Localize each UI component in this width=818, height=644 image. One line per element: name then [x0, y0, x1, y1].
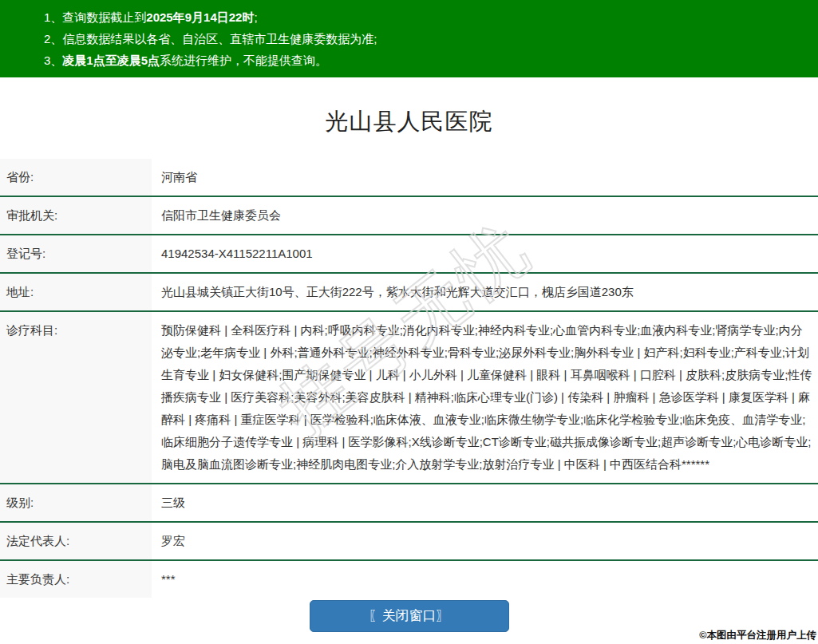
notice-text: 信息数据结果以各省、自治区、直辖市卫生健康委数据为准;: [62, 32, 377, 45]
notice-text: 凌晨1点至凌晨5点: [62, 53, 160, 67]
table-row-legal-rep: 法定代表人:罗宏: [0, 523, 818, 561]
table-row-approval-agency: 审批机关:信阳市卫生健康委员会: [0, 197, 818, 235]
field-label-province: 省份:: [0, 159, 152, 196]
notice-text: 2025年9月14日22时: [146, 10, 254, 24]
notice-number: 3、: [44, 53, 62, 67]
table-row-province: 省份:河南省: [0, 159, 818, 197]
field-label-medical-subjects: 诊疗科目:: [0, 312, 152, 483]
page-title: 光山县人民医院: [0, 106, 818, 138]
notice-number: 2、: [44, 32, 62, 45]
table-row-registration-no: 登记号:41942534-X41152211A1001: [0, 235, 818, 274]
field-label-level: 级别:: [0, 484, 152, 521]
field-label-approval-agency: 审批机关:: [0, 197, 152, 234]
table-row-address: 地址:光山县城关镇正大街10号、正大街222号，紫水大街和光辉大道交汇口，槐店乡…: [0, 274, 818, 312]
close-window-button[interactable]: 〖关闭窗口〗: [310, 600, 509, 632]
photo-credit-watermark: ©本图由平台注册用户上传: [699, 629, 816, 642]
field-value-registration-no: 41942534-X41152211A1001: [152, 235, 818, 272]
field-label-address: 地址:: [0, 274, 152, 310]
notice-bar: 1、查询数据截止到2025年9月14日22时;2、信息数据结果以各省、自治区、直…: [0, 0, 818, 77]
field-label-person-in-charge: 主要负责人:: [0, 561, 152, 598]
field-value-legal-rep: 罗宏: [152, 523, 818, 559]
info-table: 省份:河南省审批机关:信阳市卫生健康委员会登记号:41942534-X41152…: [0, 159, 818, 598]
field-value-medical-subjects: 预防保健科 | 全科医疗科 | 内科;呼吸内科专业;消化内科专业;神经内科专业;…: [152, 312, 818, 483]
table-row-level: 级别:三级: [0, 484, 818, 523]
field-label-legal-rep: 法定代表人:: [0, 523, 152, 559]
button-row: 〖关闭窗口〗: [0, 600, 818, 632]
field-value-address: 光山县城关镇正大街10号、正大街222号，紫水大街和光辉大道交汇口，槐店乡国道2…: [152, 274, 818, 310]
field-value-level: 三级: [152, 484, 818, 521]
field-value-person-in-charge: ***: [152, 561, 818, 598]
notice-text: ;: [254, 10, 257, 24]
field-value-province: 河南省: [152, 159, 818, 196]
notice-text: 系统进行维护，不能提供查询。: [160, 53, 327, 67]
notice-line-2: 2、信息数据结果以各省、自治区、直辖市卫生健康委数据为准;: [0, 28, 818, 49]
notice-line-3: 3、凌晨1点至凌晨5点系统进行维护，不能提供查询。: [0, 49, 818, 71]
field-label-registration-no: 登记号:: [0, 235, 152, 272]
table-row-person-in-charge: 主要负责人:***: [0, 561, 818, 598]
notice-line-1: 1、查询数据截止到2025年9月14日22时;: [0, 6, 818, 28]
notice-text: 查询数据截止到: [62, 10, 146, 24]
notice-number: 1、: [44, 10, 62, 24]
table-row-medical-subjects: 诊疗科目:预防保健科 | 全科医疗科 | 内科;呼吸内科专业;消化内科专业;神经…: [0, 312, 818, 484]
field-value-approval-agency: 信阳市卫生健康委员会: [152, 197, 818, 234]
